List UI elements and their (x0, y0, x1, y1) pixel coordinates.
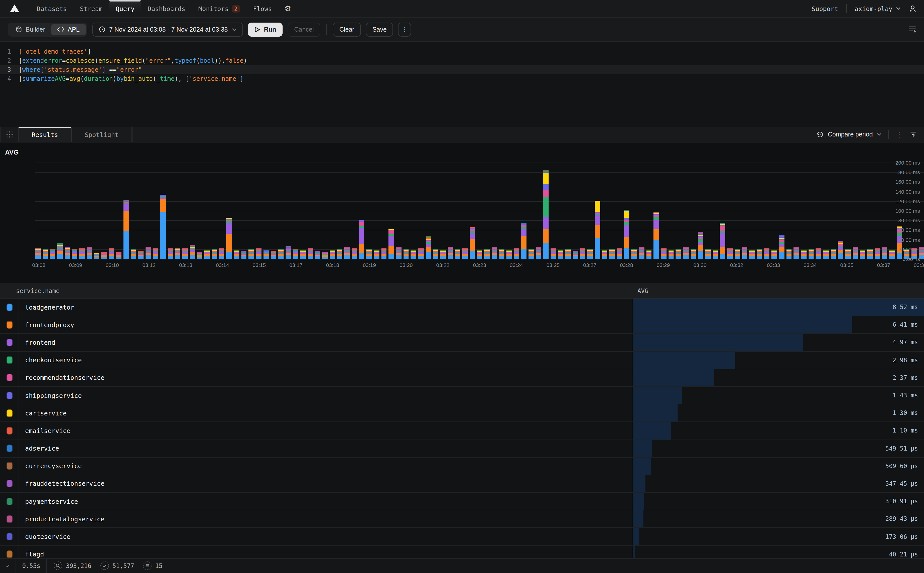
chart-bar[interactable] (521, 223, 526, 259)
chart-bar[interactable] (536, 247, 541, 259)
chart-bar[interactable] (713, 250, 718, 259)
chart-bar[interactable] (786, 249, 791, 259)
chart-bar[interactable] (875, 248, 880, 259)
chart-bar[interactable] (801, 250, 806, 259)
chart-bar[interactable] (308, 248, 313, 259)
chart-bar[interactable] (175, 248, 180, 259)
code-line[interactable]: 4| summarize AVG = avg(duration) by bin_… (0, 74, 924, 83)
service-name-cell[interactable]: adservice (19, 440, 632, 457)
chart-bar[interactable] (182, 248, 188, 259)
chart-bar[interactable] (124, 200, 129, 259)
chart-bar[interactable] (344, 247, 349, 259)
settings-gear-icon[interactable]: ⚙ (279, 4, 298, 13)
chart-bar[interactable] (647, 250, 652, 259)
service-name-cell[interactable]: frontendproxy (19, 316, 632, 333)
chart-bar[interactable] (153, 248, 158, 259)
chart-bar[interactable] (639, 247, 644, 259)
cancel-button[interactable]: Cancel (288, 22, 320, 36)
chart-bar[interactable] (425, 236, 431, 259)
chart-bar[interactable] (109, 248, 114, 259)
chart-bar[interactable] (433, 249, 438, 259)
service-name-cell[interactable]: flagd (19, 546, 632, 558)
chart-bar[interactable] (374, 250, 379, 259)
table-row[interactable]: recommendationservice2.37 ms (0, 369, 924, 387)
clear-button[interactable]: Clear (333, 22, 361, 36)
chart-bar[interactable] (484, 249, 490, 259)
chart-bar[interactable] (293, 249, 298, 259)
chart-bar[interactable] (396, 247, 401, 259)
table-row[interactable]: loadgenerator8.52 ms (0, 299, 924, 316)
chart-bar[interactable] (403, 249, 409, 259)
apl-code-editor[interactable]: 1['otel-demo-traces']2| extend error = c… (0, 42, 924, 127)
chart-bar[interactable] (205, 250, 210, 259)
chart-bar[interactable] (263, 250, 269, 259)
chart-bar[interactable] (212, 249, 217, 259)
chart-bar[interactable] (565, 249, 571, 259)
service-name-cell[interactable]: quoteservice (19, 528, 632, 545)
chart-bar[interactable] (757, 249, 762, 259)
chart-bar[interactable] (94, 253, 99, 259)
chart-bar[interactable] (661, 248, 666, 259)
chart-bar[interactable] (573, 251, 578, 259)
chart-bar[interactable] (300, 250, 305, 259)
chart-bar[interactable] (617, 248, 622, 259)
chart-bar[interactable] (808, 249, 814, 259)
chart-bar[interactable] (867, 249, 872, 259)
table-row[interactable]: cartservice1.30 ms (0, 404, 924, 422)
table-row[interactable]: currencyservice509.60 µs (0, 457, 924, 475)
table-row[interactable]: quoteservice173.06 µs (0, 528, 924, 546)
chart-bar[interactable] (190, 245, 195, 259)
chart-bar[interactable] (278, 249, 283, 259)
chart-bar[interactable] (249, 249, 254, 259)
support-link[interactable]: Support (811, 5, 838, 12)
apl-mode-button[interactable]: APL (51, 24, 86, 35)
chart-bar[interactable] (794, 247, 799, 259)
chart-bar[interactable] (64, 247, 70, 259)
table-row[interactable]: productcatalogservice289.43 µs (0, 510, 924, 528)
user-avatar-icon[interactable] (908, 4, 917, 13)
axiom-logo-icon[interactable] (9, 3, 20, 14)
chart-bar[interactable] (882, 247, 887, 259)
chart-bar[interactable] (366, 249, 372, 259)
tab-spotlight[interactable]: Spotlight (72, 127, 132, 142)
service-name-cell[interactable]: currencyservice (19, 457, 632, 474)
chart-bar[interactable] (860, 250, 865, 259)
collapse-panel-up-icon[interactable] (910, 131, 917, 138)
tab-results[interactable]: Results (19, 127, 72, 142)
chart-bar[interactable] (823, 250, 828, 259)
chart-bar[interactable] (219, 248, 225, 259)
compare-period-dropdown[interactable]: Compare period (817, 131, 881, 138)
chart-bar[interactable] (580, 248, 585, 259)
chart-bar[interactable] (227, 218, 232, 259)
chart-bar[interactable] (50, 249, 55, 259)
nav-item-monitors[interactable]: Monitors 2 (192, 0, 247, 17)
nav-item-query[interactable]: Query (109, 0, 141, 17)
chart-bar[interactable] (492, 247, 497, 259)
time-range-picker[interactable]: 7 Nov 2024 at 03:08 - 7 Nov 2024 at 03:3… (92, 22, 243, 36)
chart-bar[interactable] (691, 249, 696, 259)
org-switcher[interactable]: axiom-play (855, 5, 901, 12)
chart-bar[interactable] (830, 249, 836, 259)
nav-item-datasets[interactable]: Datasets (30, 0, 73, 17)
chart-bar[interactable] (477, 250, 482, 259)
chart-bar[interactable] (587, 249, 593, 259)
chart-bar[interactable] (676, 249, 681, 259)
chart-bar[interactable] (79, 248, 85, 259)
chart-bar[interactable] (234, 250, 239, 259)
service-name-cell[interactable]: productcatalogservice (19, 510, 632, 528)
table-row[interactable]: flagd40.21 µs (0, 546, 924, 558)
chart-bar[interactable] (389, 229, 394, 259)
chart-bar[interactable] (558, 250, 563, 259)
wrap-lines-icon[interactable] (908, 26, 917, 33)
chart-bar[interactable] (168, 248, 173, 259)
chart-bar[interactable] (816, 248, 821, 259)
table-row[interactable]: frontend4.97 ms (0, 334, 924, 351)
chart-bar[interactable] (322, 252, 327, 259)
results-more-options-button[interactable]: ⋮ (896, 131, 902, 138)
service-name-cell[interactable]: checkoutservice (19, 351, 632, 368)
column-header-service-name[interactable]: service.name (16, 288, 60, 294)
chart-bar[interactable] (197, 252, 202, 259)
table-row[interactable]: emailservice1.10 ms (0, 422, 924, 440)
chart-bar[interactable] (462, 248, 468, 259)
chart-bar[interactable] (241, 251, 247, 259)
